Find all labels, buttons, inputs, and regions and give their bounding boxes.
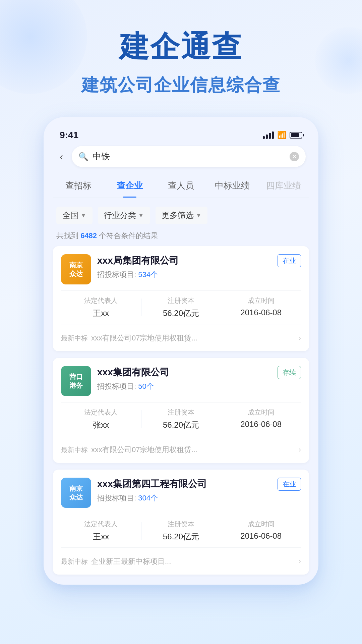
status-badge-2: 存续 [278,366,301,379]
arrow-right-icon: › [299,557,301,566]
latest-bid-3[interactable]: 最新中标 企业新王最新中标项目... › [61,553,301,567]
tab-person[interactable]: 查人员 [156,174,207,198]
latest-bid-1[interactable]: 最新中标 xxx有限公司07宗地使用权租赁... › [61,330,301,343]
card-title-area-3: xxx集团第四工程有限公司 招投标项目: 304个 [97,478,272,503]
status-icons: 📶 [263,131,302,140]
sub-title: 建筑公司企业信息综合查 [20,73,342,97]
tab-bid[interactable]: 查招标 [53,174,104,198]
legal-rep-cell-3: 法定代表人 王xx [61,520,141,542]
tab-win[interactable]: 中标业绩 [206,174,258,198]
legal-rep-cell-1: 法定代表人 王xx [61,296,141,319]
card-header-3: 南京 众达 xxx集团第四工程有限公司 招投标项目: 304个 在业 [61,478,301,508]
filter-industry[interactable]: 行业分类 ▼ [98,207,150,224]
company-name-3: xxx集团第四工程有限公司 [97,478,272,490]
latest-bid-2[interactable]: 最新中标 xxx有限公司07宗地使用权租赁... › [61,441,301,455]
arrow-right-icon: › [299,445,301,454]
filter-region[interactable]: 全国 ▼ [56,207,93,224]
filter-row: 全国 ▼ 行业分类 ▼ 更多筛选 ▼ [53,201,309,229]
phone-mockup: 9:41 📶 ‹ 🔍 中铁 ✕ [44,117,318,585]
search-clear-button[interactable]: ✕ [290,152,299,161]
project-count-2: 招投标项目: 50个 [97,381,272,391]
chevron-down-icon: ▼ [196,212,202,219]
company-card-2[interactable]: 营口 港务 xxx集团有限公司 招投标项目: 50个 存续 法定代表人 张xx [53,358,309,463]
reg-capital-cell-1: 注册资本 56.20亿元 [141,296,221,319]
header-section: 建企通查 建筑公司企业信息综合查 [0,0,362,110]
search-icon: 🔍 [78,152,88,161]
company-card-1[interactable]: 南京 众达 xxx局集团有限公司 招投标项目: 534个 在业 法定代表人 王x… [53,246,309,351]
arrow-right-icon: › [299,334,301,342]
company-logo-2: 营口 港务 [61,366,91,396]
reg-capital-cell-2: 注册资本 56.20亿元 [141,408,221,430]
found-date-cell-3: 成立时间 2016-06-08 [221,520,301,542]
search-bar-row: ‹ 🔍 中铁 ✕ [53,146,309,174]
signal-icon [263,131,274,139]
project-count-3: 招投标项目: 304个 [97,493,272,503]
reg-capital-cell-3: 注册资本 56.20亿元 [141,520,221,542]
tab-four[interactable]: 四库业绩 [258,174,309,198]
phone-wrapper: 9:41 📶 ‹ 🔍 中铁 ✕ [0,110,362,585]
back-button[interactable]: ‹ [56,150,66,164]
filter-more[interactable]: 更多筛选 ▼ [156,207,208,224]
card-title-area-1: xxx局集团有限公司 招投标项目: 534个 [97,254,272,280]
info-grid-3: 法定代表人 王xx 注册资本 56.20亿元 成立时间 2016-06-08 [61,514,301,548]
status-time: 9:41 [60,130,78,141]
footer-space [0,585,362,598]
wifi-icon: 📶 [277,131,286,140]
search-input[interactable]: 中铁 [93,151,286,162]
result-count: 共找到 6482 个符合条件的结果 [53,229,309,246]
search-input-wrap[interactable]: 🔍 中铁 ✕ [72,146,306,167]
info-grid-2: 法定代表人 张xx 注册资本 56.20亿元 成立时间 2016-06-08 [61,402,301,436]
status-badge-1: 在业 [278,254,301,267]
found-date-cell-1: 成立时间 2016-06-08 [221,296,301,319]
chevron-down-icon: ▼ [80,212,86,219]
tab-company[interactable]: 查企业 [104,174,156,198]
found-date-cell-2: 成立时间 2016-06-08 [221,408,301,430]
legal-rep-cell-2: 法定代表人 张xx [61,408,141,430]
status-bar: 9:41 📶 [53,127,309,146]
company-logo-3: 南京 众达 [61,478,91,508]
tabs-row: 查招标 查企业 查人员 中标业绩 四库业绩 [53,174,309,198]
company-name-2: xxx集团有限公司 [97,366,272,379]
status-badge-3: 在业 [278,478,301,491]
card-header-1: 南京 众达 xxx局集团有限公司 招投标项目: 534个 在业 [61,254,301,284]
card-title-area-2: xxx集团有限公司 招投标项目: 50个 [97,366,272,391]
info-grid-1: 法定代表人 王xx 注册资本 56.20亿元 成立时间 2016-06-08 [61,290,301,324]
chevron-down-icon: ▼ [138,212,144,219]
main-title: 建企通查 [20,27,342,67]
card-header-2: 营口 港务 xxx集团有限公司 招投标项目: 50个 存续 [61,366,301,396]
company-name-1: xxx局集团有限公司 [97,254,272,267]
project-count-1: 招投标项目: 534个 [97,270,272,280]
company-card-3[interactable]: 南京 众达 xxx集团第四工程有限公司 招投标项目: 304个 在业 法定代表人… [53,470,309,575]
battery-icon [290,132,302,139]
company-logo-1: 南京 众达 [61,254,91,284]
